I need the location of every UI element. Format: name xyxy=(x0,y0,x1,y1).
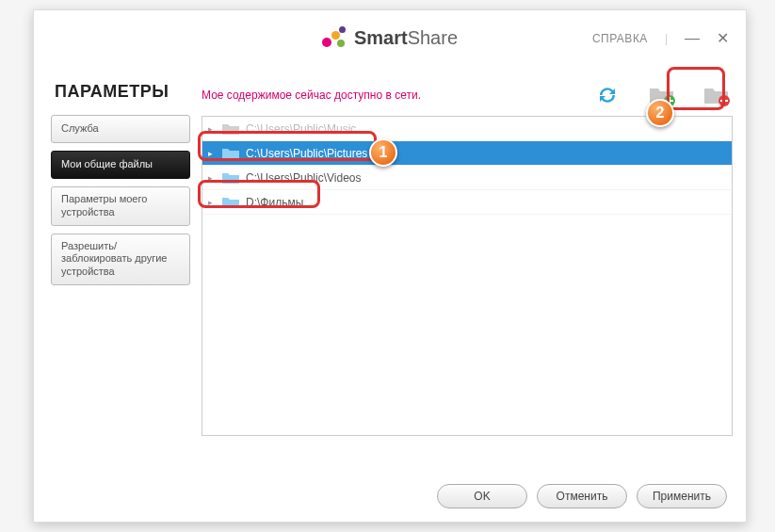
close-button[interactable]: ✕ xyxy=(717,29,729,47)
titlebar: SmartShare СПРАВКА | — ✕ xyxy=(34,10,746,65)
app-window: SmartShare СПРАВКА | — ✕ ПАРАМЕТРЫ Служб… xyxy=(33,9,747,523)
folder-icon xyxy=(221,122,240,136)
ok-button[interactable]: OK xyxy=(437,484,527,508)
add-folder-button[interactable] xyxy=(646,82,678,108)
sidebar: ПАРАМЕТРЫ Служба Мои общие файлы Парамет… xyxy=(51,65,202,460)
add-folder-icon xyxy=(648,84,676,106)
brand: SmartShare xyxy=(322,24,458,51)
list-item[interactable]: ▸ C:\Users\Public\Pictures xyxy=(202,141,732,166)
folder-path: C:\Users\Public\Pictures xyxy=(246,147,367,160)
brand-light: Share xyxy=(408,27,458,48)
folder-list[interactable]: ▸ C:\Users\Public\Music ▸ C:\Users\Publi… xyxy=(202,116,733,436)
tab-allow-block[interactable]: Разрешить/ заблокировать другие устройст… xyxy=(51,234,190,285)
expand-icon[interactable]: ▸ xyxy=(208,173,216,183)
status-text: Мое содержимое сейчас доступно в сети. xyxy=(202,89,569,102)
footer: OK Отменить Применить xyxy=(437,484,727,508)
folder-icon xyxy=(221,147,240,160)
remove-folder-icon xyxy=(702,84,731,106)
tab-service[interactable]: Служба xyxy=(51,115,190,143)
expand-icon[interactable]: ▸ xyxy=(208,149,216,158)
window-controls: СПРАВКА | — ✕ xyxy=(592,29,729,47)
expand-icon[interactable]: ▸ xyxy=(208,198,216,207)
list-item[interactable]: ▸ C:\Users\Public\Music xyxy=(202,117,732,141)
refresh-button[interactable] xyxy=(591,82,623,108)
folder-icon xyxy=(221,196,240,209)
list-item[interactable]: ▸ C:\Users\Public\Videos xyxy=(202,166,732,190)
brand-bold: Smart xyxy=(354,27,408,48)
folder-icon xyxy=(221,171,240,185)
help-link[interactable]: СПРАВКА xyxy=(592,32,648,45)
folder-path: C:\Users\Public\Music xyxy=(246,122,356,136)
remove-folder-button[interactable] xyxy=(701,82,733,108)
cancel-button[interactable]: Отменить xyxy=(537,484,627,508)
apply-button[interactable]: Применить xyxy=(637,484,727,508)
main-panel: Мое содержимое сейчас доступно в сети. xyxy=(202,65,733,460)
expand-icon[interactable]: ▸ xyxy=(208,124,216,134)
list-item[interactable]: ▸ D:\Фильмы xyxy=(202,190,732,215)
refresh-icon xyxy=(596,85,619,105)
logo-icon xyxy=(322,24,348,51)
page-title: ПАРАМЕТРЫ xyxy=(55,82,202,102)
tab-shared-files[interactable]: Мои общие файлы xyxy=(51,151,190,179)
minimize-button[interactable]: — xyxy=(685,30,700,47)
tab-device-params[interactable]: Параметры моего устройства xyxy=(51,186,190,226)
folder-path: C:\Users\Public\Videos xyxy=(246,171,362,185)
folder-path: D:\Фильмы xyxy=(246,196,303,209)
